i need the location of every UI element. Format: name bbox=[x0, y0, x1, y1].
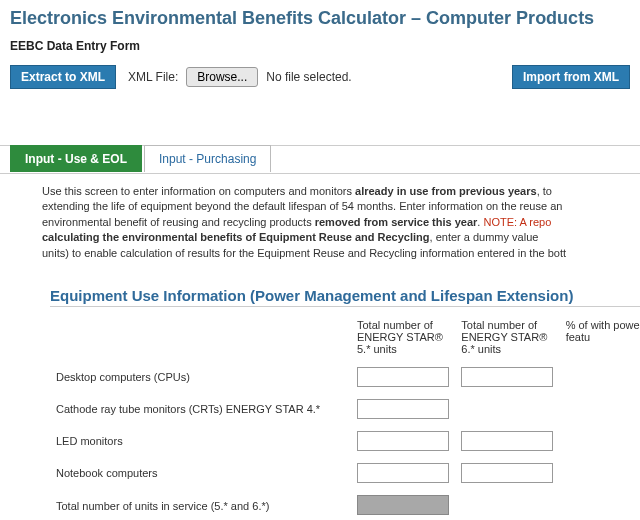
tab-input-use-eol[interactable]: Input - Use & EOL bbox=[10, 145, 142, 172]
table-row: Cathode ray tube monitors (CRTs) ENERGY … bbox=[50, 393, 640, 425]
row-label: Cathode ray tube monitors (CRTs) ENERGY … bbox=[50, 393, 351, 425]
notebook-es6-input[interactable] bbox=[461, 463, 553, 483]
notebook-es5-input[interactable] bbox=[357, 463, 449, 483]
tab-input-purchasing[interactable]: Input - Purchasing bbox=[144, 145, 271, 172]
toolbar: Extract to XML XML File: Browse... No fi… bbox=[0, 65, 640, 101]
import-from-xml-button[interactable]: Import from XML bbox=[512, 65, 630, 89]
xml-file-label: XML File: bbox=[128, 70, 178, 84]
row-label: Total number of units in service (5.* an… bbox=[50, 489, 351, 520]
led-es6-input[interactable] bbox=[461, 431, 553, 451]
instructions-text: Use this screen to enter information on … bbox=[42, 184, 640, 261]
row-label: LED monitors bbox=[50, 425, 351, 457]
table-row: Desktop computers (CPUs) bbox=[50, 361, 640, 393]
table-row: Total number of units in service (5.* an… bbox=[50, 489, 640, 520]
col-header-pct: % of with powe featu bbox=[560, 315, 640, 361]
equipment-table: Total number of ENERGY STAR® 5.* units T… bbox=[50, 315, 640, 520]
col-header-es5: Total number of ENERGY STAR® 5.* units bbox=[351, 315, 455, 361]
desktop-es5-input[interactable] bbox=[357, 367, 449, 387]
tab-panel: Use this screen to enter information on … bbox=[0, 173, 640, 520]
no-file-selected-label: No file selected. bbox=[266, 70, 351, 84]
table-row: LED monitors bbox=[50, 425, 640, 457]
crt-es4-input[interactable] bbox=[357, 399, 449, 419]
col-header-es6: Total number of ENERGY STAR® 6.* units bbox=[455, 315, 559, 361]
total-es5-readonly bbox=[357, 495, 449, 515]
led-es5-input[interactable] bbox=[357, 431, 449, 451]
desktop-es6-input[interactable] bbox=[461, 367, 553, 387]
extract-to-xml-button[interactable]: Extract to XML bbox=[10, 65, 116, 89]
page-title: Electronics Environmental Benefits Calcu… bbox=[0, 0, 640, 33]
browse-button[interactable]: Browse... bbox=[186, 67, 258, 87]
row-label: Notebook computers bbox=[50, 457, 351, 489]
section-title: Equipment Use Information (Power Managem… bbox=[50, 287, 640, 307]
table-row: Notebook computers bbox=[50, 457, 640, 489]
tabs: Input - Use & EOL Input - Purchasing bbox=[0, 145, 640, 172]
row-label: Desktop computers (CPUs) bbox=[50, 361, 351, 393]
page-subtitle: EEBC Data Entry Form bbox=[0, 33, 640, 65]
